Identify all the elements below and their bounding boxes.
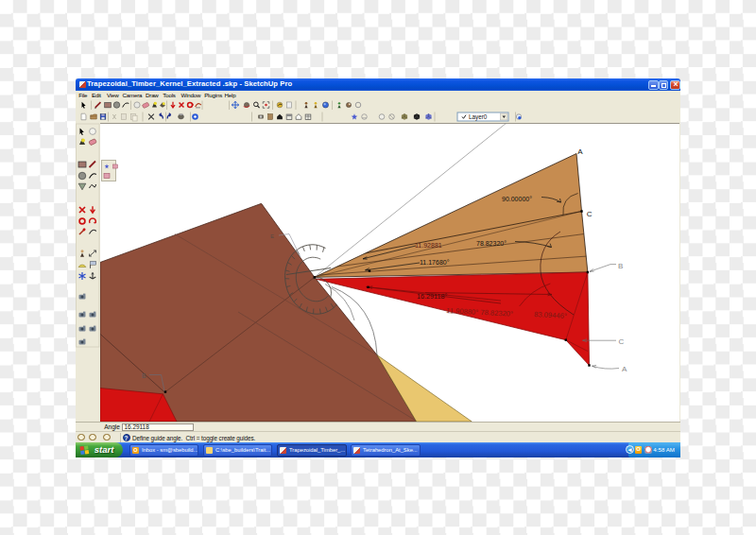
svg-text:78.82320°: 78.82320° [476,240,507,247]
svg-text:Layer0: Layer0 [469,113,488,121]
svg-text:83.09446°: 83.09446° [534,310,567,320]
svg-text:E: E [270,233,274,239]
svg-text:B: B [618,262,623,270]
svg-text:11.92881: 11.92881 [415,242,442,249]
svg-text:C: C [619,337,625,346]
svg-text:C: C [587,210,593,218]
svg-text:B: B [142,372,146,379]
svg-text:16.29118°: 16.29118° [417,292,447,301]
svg-text:90.00000°: 90.00000° [502,196,532,202]
svg-text:A: A [577,147,583,156]
svg-text:A: A [622,365,627,373]
svg-text:11.17680°: 11.17680° [420,259,450,266]
